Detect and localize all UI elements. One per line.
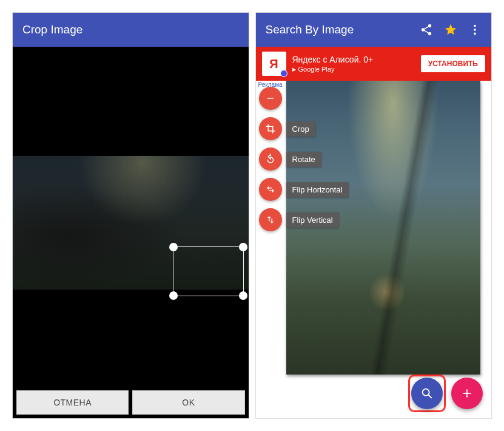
- crop-canvas-area: [13, 47, 249, 387]
- favorite-star-icon[interactable]: [444, 23, 457, 36]
- crop-header: Crop Image: [13, 13, 249, 47]
- ad-icon-letter: Я: [269, 57, 278, 71]
- crop-footer: ОТМЕНА OK: [13, 387, 249, 418]
- search-title: Search By Image: [266, 23, 354, 36]
- collapse-tools-button[interactable]: [259, 87, 282, 110]
- svg-point-4: [423, 389, 429, 396]
- crop-image-screen: Crop Image ОТМЕНА OK: [12, 12, 249, 419]
- rotate-tool-label: Rotate: [286, 152, 321, 167]
- search-fab[interactable]: [411, 378, 443, 409]
- crop-tool-label: Crop: [286, 121, 315, 137]
- crop-title: Crop Image: [22, 23, 82, 36]
- ad-text-block: Яндекс с Алисой. 0+ Google Play: [292, 55, 415, 73]
- share-icon[interactable]: [420, 23, 433, 36]
- ok-button[interactable]: OK: [132, 390, 244, 415]
- ad-banner[interactable]: Я Яндекс с Алисой. 0+ Google Play УСТАНО…: [256, 47, 492, 81]
- flip-vertical-button[interactable]: [259, 208, 282, 231]
- overflow-menu-icon[interactable]: [468, 23, 482, 36]
- flip-horizontal-button[interactable]: [259, 178, 282, 201]
- edit-tools-menu: Crop Rotate Flip Horizontal: [256, 81, 292, 239]
- ad-store-label: Google Play: [292, 66, 415, 73]
- image-edit-body: Реклама Crop R: [256, 81, 492, 418]
- crop-handle-top-left[interactable]: [169, 243, 178, 251]
- search-header: Search By Image: [256, 13, 492, 47]
- crop-handle-bottom-right[interactable]: [239, 291, 247, 300]
- svg-point-1: [474, 29, 476, 31]
- crop-selection-rect[interactable]: [173, 247, 243, 296]
- rotate-tool-button[interactable]: [259, 148, 282, 171]
- ad-app-icon: Я: [262, 52, 286, 76]
- search-by-image-screen: Search By Image Я Яндекс с Алисой. 0+ Go…: [255, 12, 492, 419]
- ad-install-button[interactable]: УСТАНОВИТЬ: [421, 55, 485, 72]
- cancel-button[interactable]: ОТМЕНА: [16, 390, 129, 415]
- crop-handle-top-right[interactable]: [239, 243, 247, 251]
- svg-point-0: [474, 25, 476, 27]
- flip-horizontal-label: Flip Horizontal: [286, 182, 349, 197]
- add-image-fab[interactable]: [451, 378, 483, 409]
- svg-point-2: [474, 33, 476, 35]
- crop-handle-bottom-left[interactable]: [169, 291, 178, 300]
- ad-title: Яндекс с Алисой. 0+: [292, 55, 415, 64]
- svg-rect-3: [267, 98, 274, 99]
- flip-vertical-label: Flip Vertical: [286, 212, 339, 228]
- crop-tool-button[interactable]: [259, 117, 282, 140]
